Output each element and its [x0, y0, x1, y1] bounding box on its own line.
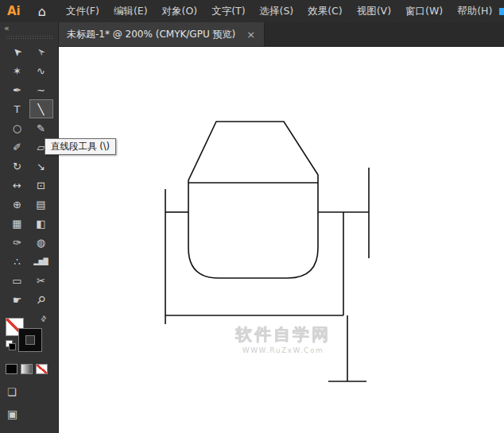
slice-tool[interactable]: ✂ — [29, 271, 53, 290]
tooltip-text: 直线段工具 (\) — [51, 141, 110, 152]
zoom-tool-icon: ⚲ — [34, 292, 48, 306]
direct-selection-tool[interactable]: ➢ — [29, 42, 53, 61]
hand-tool-icon: ☛ — [13, 294, 22, 306]
artboard-tool-icon: ▭ — [12, 275, 21, 287]
mesh-tool[interactable]: ▦ — [6, 214, 29, 233]
magic-wand-tool[interactable]: ✶ — [6, 61, 29, 80]
none-button[interactable] — [36, 364, 48, 374]
rotate-tool-icon: ↻ — [13, 160, 21, 172]
lasso-tool-icon: ∿ — [37, 65, 45, 77]
free-transform-tool-icon: ⊡ — [37, 180, 45, 191]
watermark-title: 软件自学网 — [223, 323, 343, 346]
magic-wand-tool-icon: ✶ — [13, 65, 21, 77]
document-tab-bar: 未标题-1* @ 200% (CMYK/GPU 预览) × — [58, 22, 504, 47]
perspective-grid-tool-icon: ▤ — [36, 199, 45, 211]
eyedropper-tool-icon: ✑ — [13, 237, 21, 249]
workspace-switcher-icon[interactable] — [499, 7, 504, 16]
paintbrush-tool[interactable]: ✎ — [29, 118, 53, 137]
draw-normal-mode-icon[interactable]: ❏ — [7, 386, 17, 398]
blend-tool[interactable]: ◍ — [29, 233, 53, 252]
menu-type[interactable]: 文字(T) — [204, 0, 252, 22]
workspace-accent-square — [499, 8, 504, 15]
hand-tool[interactable]: ☛ — [6, 290, 29, 309]
scale-tool[interactable]: ↘ — [29, 157, 53, 176]
menu-window[interactable]: 窗口(W) — [398, 0, 450, 22]
zoom-tool[interactable]: ⚲ — [29, 290, 53, 309]
line-segment-tool-icon: ╲ — [38, 103, 45, 115]
mesh-tool-icon: ▦ — [12, 218, 21, 230]
menu-object[interactable]: 对象(O) — [155, 0, 205, 22]
color-button[interactable] — [6, 364, 17, 374]
type-tool[interactable]: T — [6, 99, 29, 118]
menu-edit[interactable]: 编辑(E) — [107, 0, 155, 22]
stroke-swatch-black[interactable] — [19, 329, 41, 351]
scale-tool-icon: ↘ — [37, 160, 45, 172]
eraser-tool-icon: ▱ — [37, 141, 45, 153]
ellipse-tool-icon: ○ — [13, 122, 21, 134]
free-transform-tool[interactable]: ⊡ — [29, 176, 53, 195]
default-stroke-square — [9, 343, 16, 350]
blend-tool-icon: ◍ — [37, 237, 45, 249]
paintbrush-tool-icon: ✎ — [37, 122, 45, 134]
curvature-tool[interactable]: ∼ — [29, 80, 53, 99]
gradient-tool[interactable]: ◧ — [29, 214, 53, 233]
menu-select[interactable]: 选择(S) — [253, 0, 301, 22]
width-tool-icon: ↔ — [13, 180, 21, 191]
shape-builder-tool-icon: ⊕ — [13, 199, 21, 211]
mixer-drum-outline — [188, 122, 318, 278]
tooltip: 直线段工具 (\) — [45, 138, 116, 155]
menu-items: 文件(F)编辑(E)对象(O)文字(T)选择(S)效果(C)视图(V)窗口(W)… — [59, 0, 499, 22]
shape-builder-tool[interactable]: ⊕ — [6, 195, 29, 214]
pen-tool-icon: ✒ — [13, 84, 21, 96]
pen-tool[interactable]: ✒ — [6, 80, 29, 99]
column-graph-tool-icon: ▂▆█ — [33, 258, 48, 265]
watermark-subtitle: WWW.RuZxW.Com — [223, 346, 343, 354]
curvature-tool-icon: ∼ — [37, 84, 45, 96]
symbol-sprayer-tool-icon: ∴ — [14, 256, 20, 268]
menu-help[interactable]: 帮助(H) — [450, 0, 499, 22]
lasso-tool[interactable]: ∿ — [29, 61, 53, 80]
direct-selection-tool-icon: ➢ — [33, 44, 48, 59]
pencil-tool[interactable]: ✐ — [6, 137, 29, 157]
perspective-grid-tool[interactable]: ▤ — [29, 195, 53, 214]
illustrator-window: Ai ⌂ 文件(F)编辑(E)对象(O)文字(T)选择(S)效果(C)视图(V)… — [0, 0, 504, 433]
home-icon[interactable]: ⌂ — [38, 4, 46, 19]
default-fill-stroke-icon[interactable] — [6, 340, 15, 350]
menu-view[interactable]: 视图(V) — [350, 0, 398, 22]
eyedropper-tool[interactable]: ✑ — [6, 233, 29, 252]
toolbar-drag-handle[interactable] — [6, 35, 52, 40]
menu-file[interactable]: 文件(F) — [59, 0, 107, 22]
artboard-tool[interactable]: ▭ — [6, 271, 29, 290]
toolbar-collapse-button[interactable]: « — [0, 22, 58, 33]
rotate-tool[interactable]: ↻ — [6, 157, 29, 176]
selection-tool-icon: ➤ — [10, 44, 24, 59]
width-tool[interactable]: ↔ — [6, 176, 29, 195]
document-tab[interactable]: 未标题-1* @ 200% (CMYK/GPU 预览) × — [58, 22, 265, 46]
gradient-tool-icon: ◧ — [36, 218, 45, 230]
tools-grid: ➤➢✶∿✒∼T╲○✎✐▱↻↘↔⊡⊕▤▦◧✑◍∴▂▆█▭✂☛⚲ — [0, 42, 58, 309]
gradient-button[interactable] — [21, 364, 33, 374]
change-screen-mode-icon[interactable]: ▣ — [7, 408, 17, 420]
column-graph-tool[interactable]: ▂▆█ — [29, 252, 53, 271]
selection-tool[interactable]: ➤ — [6, 42, 29, 61]
app-logo: Ai — [7, 4, 21, 18]
artboard-canvas[interactable]: 软件自学网 WWW.RuZxW.Com — [58, 46, 504, 433]
tools-panel: « ➤➢✶∿✒∼T╲○✎✐▱↻↘↔⊡⊕▤▦◧✑◍∴▂▆█▭✂☛⚲ ⇄ ❏ ▣ — [0, 22, 59, 433]
paint-style-buttons — [6, 364, 58, 374]
menu-effect[interactable]: 效果(C) — [300, 0, 349, 22]
document-tab-title: 未标题-1* @ 200% (CMYK/GPU 预览) — [67, 28, 235, 41]
line-segment-tool[interactable]: ╲ — [29, 99, 53, 118]
toolbar-bottom: ❏ ▣ — [7, 384, 58, 421]
ellipse-tool[interactable]: ○ — [6, 118, 29, 137]
symbol-sprayer-tool[interactable]: ∴ — [6, 252, 29, 271]
swap-fill-stroke-icon[interactable]: ⇄ — [39, 314, 48, 323]
line-drawing-artwork — [58, 46, 504, 433]
fill-stroke-widget: ⇄ — [6, 316, 47, 354]
watermark: 软件自学网 WWW.RuZxW.Com — [223, 323, 343, 354]
pencil-tool-icon: ✐ — [13, 141, 21, 153]
type-tool-icon: T — [14, 103, 21, 115]
menu-bar: Ai ⌂ 文件(F)编辑(E)对象(O)文字(T)选择(S)效果(C)视图(V)… — [0, 0, 504, 22]
slice-tool-icon: ✂ — [37, 275, 45, 287]
tab-close-icon[interactable]: × — [246, 29, 255, 40]
